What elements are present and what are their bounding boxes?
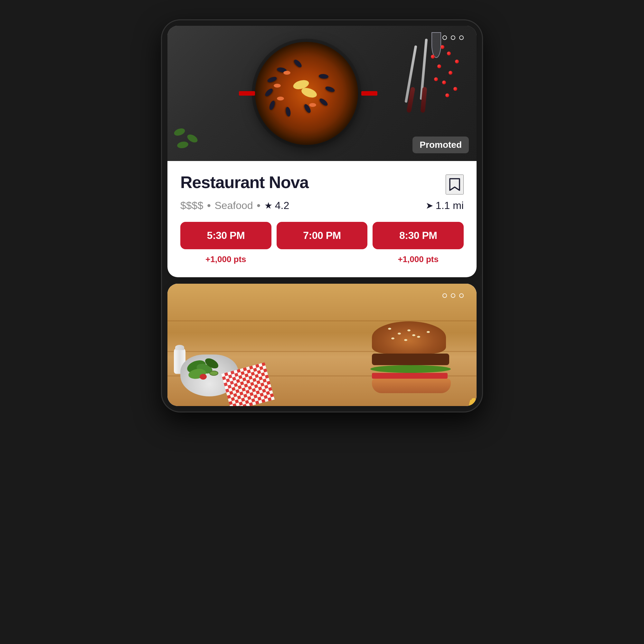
distance-container: ➤ 1.1 mi [426,200,464,212]
bun-bottom [372,379,451,393]
dot2-2 [451,293,455,298]
points-empty [277,254,368,264]
shrimp [283,71,290,75]
card-header: Restaurant Nova [180,173,464,194]
card-image-2 [167,284,477,406]
berry-decoration [453,87,457,91]
sesame-seed [412,334,415,336]
sesame-seed [417,336,420,338]
dot2-1 [442,293,447,298]
navigation-icon: ➤ [426,200,433,211]
berry-decoration [447,52,451,55]
time-slot-3[interactable]: 8:30 PM [373,222,464,249]
separator-1: • [207,200,211,212]
price: $$$$ [180,200,203,212]
berry-decoration [434,77,438,81]
bookmark-icon [449,177,461,192]
phone-frame: Promoted Restaurant Nova $$$$ • Seafood … [161,19,483,412]
shrimp [277,97,284,100]
leaf-decoration [186,133,199,144]
points-label-1: +1,000 pts [180,254,271,264]
burger-patty [372,354,449,365]
card-info-1: Restaurant Nova $$$$ • Seafood • ★ 4.2 ➤ [167,161,477,277]
shrimp [309,103,316,107]
star-icon: ★ [264,200,272,211]
restaurant-name: Restaurant Nova [180,173,308,192]
restaurant-card-1: Promoted Restaurant Nova $$$$ • Seafood … [167,26,477,277]
rating-value: 4.2 [275,200,289,212]
burger-tomato [372,373,448,379]
distance-value: 1.1 mi [436,200,464,212]
card-meta: $$$$ • Seafood • ★ 4.2 ➤ 1.1 mi [180,200,464,212]
sesame-seed [407,329,411,331]
sesame-seed [427,331,430,333]
time-slots: 5:30 PM 7:00 PM 8:30 PM [180,222,464,249]
leaf-decoration [173,127,186,137]
time-slot-1[interactable]: 5:30 PM [180,222,271,249]
berry-decoration [437,64,441,68]
time-slot-2[interactable]: 7:00 PM [277,222,368,249]
salt-shaker-top [175,345,184,350]
points-label-3: +1,000 pts [373,254,464,264]
sesame-seed [398,333,401,335]
tomato-piece [200,374,207,380]
burger [372,321,451,393]
pan-handle-left [239,91,255,96]
berry-decoration [431,55,435,59]
pan-handle-right [361,91,377,96]
promoted-badge: Promoted [412,137,469,153]
sesame-seed [404,339,407,341]
separator-2: • [257,200,260,212]
burger-lettuce [370,365,451,373]
dot2-3 [459,293,464,298]
restaurant-card-2 [167,284,477,406]
bookmark-button[interactable] [446,175,464,194]
dot-2 [451,35,455,40]
bun-top [372,321,446,354]
leaf-decoration [177,141,189,149]
berry-decoration [455,60,459,63]
berry-decoration [449,71,452,75]
wine-glass [431,32,441,58]
image-dots [442,35,464,40]
cuisine: Seafood [214,200,253,212]
sesame-seed [388,328,391,330]
points-row: +1,000 pts +1,000 pts [180,254,464,264]
rating-container: ★ 4.2 [264,200,289,212]
berry-decoration [445,93,449,97]
dot-3 [459,35,464,40]
berry-decoration [440,45,444,49]
sesame-seed [391,337,394,339]
berry-decoration [442,81,446,84]
image-dots-2 [442,293,464,298]
shrimp [274,84,281,88]
cucumber-slice [209,371,218,376]
dot-1 [442,35,447,40]
card-image-1: Promoted [167,26,477,161]
